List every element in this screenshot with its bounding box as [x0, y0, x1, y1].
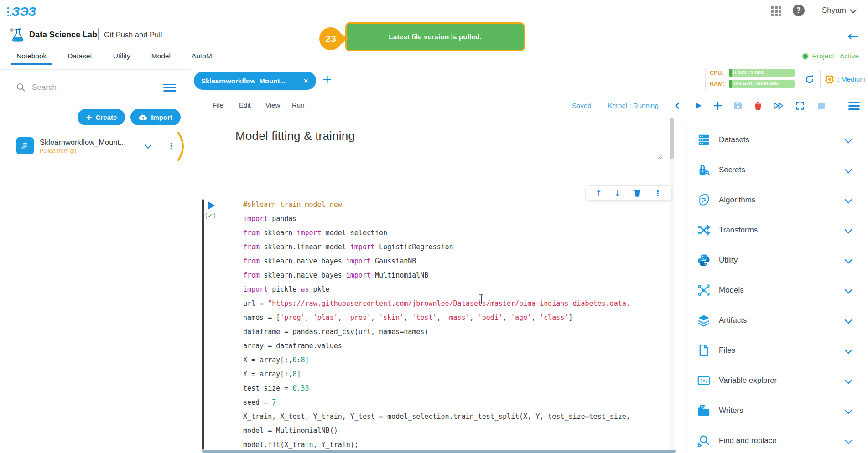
- delete-cell-button[interactable]: [752, 99, 764, 112]
- algorithms-icon: [697, 193, 711, 207]
- sidebar-item-variable-explorer[interactable]: (x)Variable explorer: [687, 365, 868, 396]
- search-icon: [16, 83, 26, 92]
- move-cell-up-icon[interactable]: ↑: [595, 189, 602, 198]
- code-line: dataframe = pandas.read_csv(url, names=n…: [243, 325, 672, 339]
- sidebar-item-label: Find and replace: [719, 436, 777, 445]
- topbar-divider: [814, 5, 814, 16]
- kernel-status: Kernel : Running: [608, 102, 659, 109]
- chevron-down-icon[interactable]: [845, 165, 852, 173]
- chevron-down-icon[interactable]: [845, 346, 852, 354]
- chevron-down-icon[interactable]: [845, 376, 852, 384]
- cell-prev-button[interactable]: [671, 99, 684, 112]
- sidebar-item-artifacts[interactable]: Artifacts: [687, 305, 868, 335]
- help-icon[interactable]: ?: [793, 5, 805, 16]
- sidebar-item-find-and-replace[interactable]: Find and replace: [687, 426, 868, 453]
- svg-text:ЗЭЗ: ЗЭЗ: [12, 5, 36, 19]
- stop-kernel-button[interactable]: [815, 99, 827, 112]
- tab-dataset[interactable]: Dataset: [65, 51, 94, 65]
- sidebar-item-transforms[interactable]: Transforms: [687, 215, 868, 245]
- chevron-down-icon[interactable]: [845, 436, 852, 444]
- create-button[interactable]: + Create: [78, 109, 125, 125]
- sidebar-item-label: Transforms: [719, 226, 758, 235]
- sidebar-item-utility[interactable]: Utility: [687, 245, 868, 275]
- cell-success-icon: ⟨✓⟩: [205, 211, 216, 220]
- chevron-down-icon[interactable]: [845, 256, 852, 263]
- tab-automl[interactable]: AutoML: [189, 51, 218, 65]
- chevron-down-icon[interactable]: [845, 135, 852, 143]
- add-notebook-icon[interactable]: +: [322, 73, 333, 85]
- sidebar-item-files[interactable]: Files: [687, 335, 868, 365]
- code-hscrollbar[interactable]: [202, 450, 676, 453]
- code-line: from sklearn.naive_bayes import Multinom…: [243, 268, 672, 283]
- code-editor[interactable]: #sklearn train model newimport pandasfro…: [243, 198, 672, 450]
- item-kebab-menu-icon[interactable]: ⋮: [167, 141, 176, 151]
- instance-size-label[interactable]: : Medium: [837, 75, 866, 83]
- sidebar-item-writers[interactable]: Writers: [687, 396, 868, 426]
- run-all-cells-button[interactable]: [773, 99, 785, 112]
- search-input[interactable]: [31, 82, 142, 93]
- cell-resize-handle[interactable]: [657, 154, 662, 160]
- user-menu[interactable]: Shyam: [822, 6, 856, 15]
- tab-notebook[interactable]: Notebook: [14, 51, 49, 65]
- add-cell-button[interactable]: [712, 99, 724, 112]
- run-cell-button[interactable]: [691, 99, 704, 112]
- menu-file[interactable]: File: [213, 101, 223, 109]
- code-line: from sklearn.naive_bayes import Gaussian…: [243, 254, 672, 268]
- notebook-tab[interactable]: Sklearnworkflow_Mount... ✕: [194, 72, 316, 90]
- toast-notification[interactable]: Latest file version is pulled.: [345, 22, 525, 51]
- cpu-usage-bar: 0.043 / 1.000: [729, 69, 795, 77]
- chevron-down-icon[interactable]: [845, 226, 852, 233]
- code-line: test_size = 0.33: [243, 381, 672, 396]
- app-title: Data Science Lab: [29, 30, 97, 40]
- sidebar-item-algorithms[interactable]: Algorithms: [687, 185, 868, 215]
- save-notebook-button[interactable]: [732, 99, 744, 112]
- tab-model[interactable]: Model: [149, 51, 173, 65]
- find-replace-icon: [697, 434, 711, 448]
- sidebar-item-label: Models: [719, 286, 744, 295]
- status-dot-icon: [803, 54, 808, 59]
- chevron-down-icon[interactable]: [845, 316, 852, 324]
- sidebar-item-label: Files: [719, 346, 735, 355]
- sidebar-item-label: Algorithms: [719, 196, 755, 205]
- chevron-down-icon: [850, 6, 857, 14]
- refresh-icon[interactable]: [804, 73, 816, 85]
- chevron-down-icon[interactable]: [845, 406, 852, 414]
- project-status-label: Project : Active: [812, 52, 859, 60]
- code-line: array = dataframe.values: [243, 339, 672, 353]
- code-line: seed = 7: [243, 396, 672, 410]
- toast-message: Latest file version is pulled.: [389, 33, 481, 41]
- notebook-menubar: FileEditViewRun Saved Kernel : Running: [192, 95, 868, 118]
- tab-utility[interactable]: Utility: [110, 51, 133, 65]
- right-sidebar: DatasetsSecretsAlgorithmsTransformsUtili…: [686, 125, 868, 453]
- cell-run-icon[interactable]: [208, 201, 215, 210]
- delete-cell-icon[interactable]: [633, 189, 642, 197]
- fullscreen-button[interactable]: [794, 99, 806, 112]
- sidebar-item-secrets[interactable]: Secrets: [687, 155, 868, 185]
- import-button[interactable]: Import: [130, 109, 181, 125]
- sidebar-item-models[interactable]: Models: [687, 275, 868, 305]
- sidebar-item-datasets[interactable]: Datasets: [687, 125, 868, 155]
- notebook-file-status: Pulled from git: [40, 148, 144, 154]
- notebook-menu-icon[interactable]: [847, 99, 860, 112]
- apps-grid-icon[interactable]: [771, 6, 781, 16]
- chevron-down-icon[interactable]: [845, 286, 852, 293]
- markdown-cell-title[interactable]: Model fitting & training: [235, 129, 355, 143]
- expand-chevron-icon[interactable]: [145, 141, 152, 149]
- cell-kebab-menu-icon[interactable]: ⋮: [654, 189, 662, 198]
- sidebar-menu-icon[interactable]: [163, 84, 176, 92]
- menu-edit[interactable]: Edit: [239, 101, 251, 109]
- menu-view[interactable]: View: [265, 101, 280, 109]
- move-cell-down-icon[interactable]: ↓: [614, 189, 621, 198]
- code-line: #sklearn train model new: [243, 198, 672, 212]
- chip-icon: [825, 74, 835, 84]
- menu-run[interactable]: Run: [292, 101, 305, 109]
- back-arrow-icon[interactable]: ←: [847, 30, 858, 43]
- variable-explorer-icon: (x): [697, 374, 711, 387]
- notebook-list-item[interactable]: Sklearnworkflow_Mount... Pulled from git…: [16, 134, 185, 158]
- notebook-scrollbar-thumb[interactable]: [670, 118, 674, 159]
- close-icon[interactable]: ✕: [303, 77, 309, 85]
- code-line: X_train, X_test, Y_train, Y_test = model…: [243, 410, 672, 424]
- chevron-down-icon[interactable]: [845, 196, 852, 203]
- user-name: Shyam: [822, 6, 846, 15]
- bdb-logo-icon[interactable]: ЗЭЗ: [5, 3, 47, 20]
